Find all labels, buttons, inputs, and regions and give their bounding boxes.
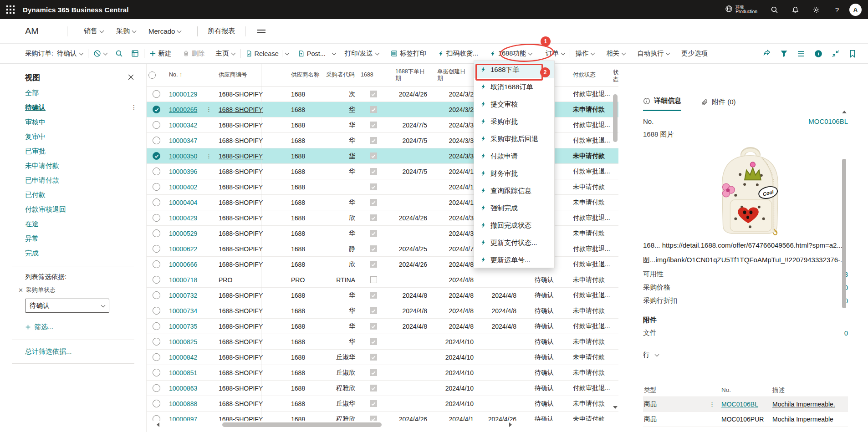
order-no-link[interactable]: 10000734 — [169, 307, 197, 315]
cell-no[interactable]: 10000863 — [166, 381, 216, 396]
order-no-link[interactable]: 10000350 — [169, 152, 197, 160]
order-no-link[interactable]: 10000265 — [169, 106, 197, 113]
cell-no[interactable]: 10000718 — [166, 272, 216, 287]
menu-item[interactable]: 更新运单号... — [474, 251, 554, 269]
row-select-radio[interactable] — [147, 179, 166, 194]
lines-row[interactable]: 商品⋮MOC0106BLMochila Impermeable. — [643, 397, 848, 412]
menu-item[interactable]: 查询跟踪信息 — [474, 182, 554, 199]
menu-item[interactable]: 付款申请 — [474, 147, 554, 165]
cell-no[interactable]: 10000666 — [166, 257, 216, 272]
radio-icon[interactable] — [153, 106, 160, 113]
radio-icon[interactable] — [153, 229, 160, 237]
order-no-link[interactable]: 10000863 — [169, 385, 197, 392]
menu-item[interactable]: 财务审批 — [474, 165, 554, 182]
notifications-bell-icon[interactable] — [786, 0, 804, 19]
related-menu[interactable]: 相关 — [606, 49, 625, 58]
order-no-link[interactable]: 10000732 — [169, 292, 197, 299]
table-row[interactable]: 100007351688-SHOPIFY1688华2024/4/82024/4/… — [147, 319, 618, 334]
order-no-link[interactable]: 10000842 — [169, 354, 197, 361]
view-item[interactable]: 未申请付款 — [0, 158, 146, 173]
view-item[interactable]: 已付款 — [0, 188, 146, 202]
select-all-radio[interactable] — [147, 71, 166, 79]
cell-no[interactable]: 10000396 — [166, 164, 216, 179]
field-1688-url[interactable]: 168... https://detail.1688.com/offer/674… — [643, 238, 848, 253]
table-row[interactable]: 100007321688-SHOPIFY1688华2024/4/82024/4/… — [147, 288, 618, 303]
share-icon[interactable] — [763, 50, 771, 58]
order-no-link[interactable]: 10000404 — [169, 199, 197, 206]
order-no-link[interactable]: 10000429 — [169, 214, 197, 222]
order-no-link[interactable]: 10000825 — [169, 338, 197, 346]
files-count[interactable]: 0 — [844, 329, 848, 337]
user-avatar[interactable]: A — [849, 4, 862, 16]
order-no-link[interactable]: 10000347 — [169, 137, 197, 144]
row-select-radio[interactable] — [147, 381, 166, 396]
row-select-radio[interactable] — [147, 396, 166, 411]
row-select-radio[interactable] — [147, 412, 166, 421]
factbox-scrollbar[interactable] — [842, 159, 846, 308]
cell-no[interactable]: 10000402 — [166, 179, 216, 194]
row-select-radio[interactable] — [147, 365, 166, 380]
column-no[interactable]: No. ↑ — [166, 71, 216, 78]
add-filter-button[interactable]: 筛选... — [0, 313, 146, 331]
analyze-panel-icon[interactable] — [131, 50, 139, 57]
order-no-link[interactable]: 10000402 — [169, 183, 197, 191]
menu-item[interactable]: 强制完成 — [474, 199, 554, 217]
radio-icon[interactable] — [153, 137, 160, 144]
menu-item[interactable]: 撤回完成状态 — [474, 217, 554, 234]
scroll-down-icon[interactable] — [613, 406, 618, 409]
list-view-icon[interactable] — [797, 50, 805, 58]
row-select-radio[interactable] — [147, 164, 166, 179]
radio-icon[interactable] — [153, 121, 160, 129]
radio-icon[interactable] — [153, 338, 160, 346]
row-menu-icon[interactable]: ⋮ — [709, 401, 721, 408]
order-no-link[interactable]: 10000622 — [169, 245, 197, 253]
radio-icon[interactable] — [153, 353, 160, 361]
cell-no[interactable]: 10000734 — [166, 303, 216, 318]
remove-filter-icon[interactable]: ✕ — [18, 287, 23, 294]
order-no-link[interactable]: 10000529 — [169, 230, 197, 237]
radio-icon[interactable] — [153, 90, 160, 98]
view-item[interactable]: 在途 — [0, 217, 146, 231]
radio-icon[interactable] — [153, 260, 160, 268]
row-select-radio[interactable] — [147, 117, 166, 132]
cell-no[interactable]: 10000897 — [166, 412, 216, 421]
order-no-link[interactable]: 10000735 — [169, 323, 197, 330]
lines-column-type[interactable]: 类型 — [643, 386, 721, 394]
lines-section-header[interactable]: 行 — [643, 348, 848, 361]
bookmark-icon[interactable] — [849, 50, 856, 58]
order-no-link[interactable]: 10000718 — [169, 276, 197, 284]
table-row[interactable]: 100008421688-SHOPIFY1688丘淑华2024/4/10待确认未… — [147, 350, 618, 365]
post-button[interactable]: Post... — [298, 50, 336, 57]
cell-no[interactable]: 10000529 — [166, 226, 216, 241]
order-no-link[interactable]: 10000888 — [169, 400, 197, 407]
radio-icon[interactable] — [153, 276, 160, 284]
row-select-radio[interactable] — [147, 257, 166, 272]
row-select-radio[interactable] — [147, 288, 166, 303]
horizontal-scroll-thumb[interactable] — [222, 422, 382, 427]
settings-gear-icon[interactable] — [807, 0, 825, 19]
order-no-link[interactable]: 10000396 — [169, 168, 197, 175]
automate-menu[interactable]: 自动执行 — [637, 49, 669, 58]
radio-icon[interactable] — [153, 245, 160, 253]
lines-column-desc[interactable]: 描述 — [772, 386, 848, 394]
cell-no[interactable]: 10000888 — [166, 396, 216, 411]
radio-icon[interactable] — [153, 400, 160, 407]
row-select-radio[interactable] — [147, 241, 166, 256]
view-item[interactable]: 异常 — [0, 231, 146, 246]
row-select-radio[interactable] — [147, 272, 166, 287]
radio-icon[interactable] — [153, 322, 160, 330]
radio-icon[interactable] — [153, 168, 160, 175]
vertical-scrollbar[interactable] — [613, 94, 618, 142]
row-select-radio[interactable] — [147, 133, 166, 148]
label-print-button[interactable]: 标签打印 — [391, 49, 426, 58]
delete-button[interactable]: 删除 — [183, 49, 205, 58]
radio-icon[interactable] — [153, 307, 160, 315]
nav-all-reports[interactable]: 所有报表 — [208, 27, 235, 36]
collapse-icon[interactable] — [832, 50, 840, 58]
order-no-link[interactable]: 10000851 — [169, 369, 197, 376]
scroll-right-icon[interactable] — [509, 422, 512, 427]
lines-row[interactable]: 商品MOC0106PURMochila Impermeable — [643, 412, 848, 427]
view-item[interactable]: 已申请付款 — [0, 173, 146, 188]
filter-value-combobox[interactable]: 待确认 — [25, 299, 109, 313]
filter-clear-icon[interactable] — [93, 50, 107, 57]
